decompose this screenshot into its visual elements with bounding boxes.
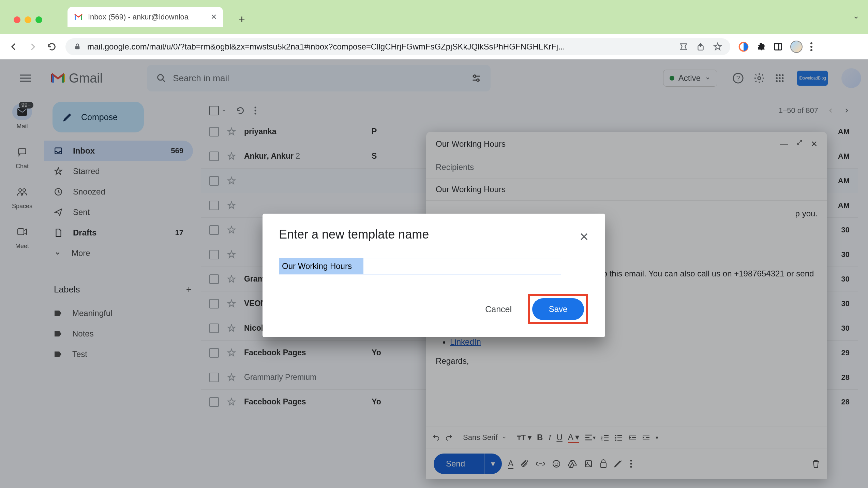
extensions-puzzle-icon[interactable] [756, 42, 766, 52]
sidepanel-icon[interactable] [773, 42, 783, 52]
browser-menu-icon[interactable] [810, 42, 813, 52]
browser-tab[interactable]: Inbox (569) - ankur@idownloa ✕ [68, 7, 223, 27]
window-controls [14, 16, 42, 23]
save-button-highlight: Save [528, 294, 588, 324]
browser-profile-avatar[interactable] [790, 41, 803, 53]
close-window-icon[interactable] [14, 16, 20, 23]
address-bar[interactable]: mail.google.com/mail/u/0/?tab=rm&ogbl&zx… [65, 38, 730, 55]
browser-chrome: Inbox (569) - ankur@idownloa ✕ + [0, 0, 868, 34]
template-name-input[interactable] [279, 258, 561, 274]
cancel-button[interactable]: Cancel [485, 304, 512, 314]
extensions-row [738, 41, 813, 53]
new-tab-button[interactable]: + [239, 13, 245, 26]
extension-icon[interactable] [738, 42, 749, 52]
reader-icon[interactable] [679, 42, 688, 51]
template-name-modal: Enter a new template name ✕ Cancel Save [263, 214, 605, 337]
lock-icon [74, 43, 81, 51]
reload-button[interactable] [46, 41, 57, 52]
tab-close-icon[interactable]: ✕ [211, 13, 217, 21]
tab-title: Inbox (569) - ankur@idownloa [88, 13, 206, 21]
url-actions [679, 42, 722, 51]
url-text: mail.google.com/mail/u/0/?tab=rm&ogbl&zx… [87, 42, 565, 52]
save-button[interactable]: Save [532, 298, 584, 320]
minimize-window-icon[interactable] [25, 16, 31, 23]
modal-close-icon[interactable]: ✕ [579, 230, 589, 244]
modal-title: Enter a new template name [279, 227, 589, 242]
forward-button [27, 41, 38, 52]
bookmark-star-icon[interactable] [713, 42, 722, 51]
svg-rect-3 [775, 44, 782, 50]
svg-point-5 [810, 42, 812, 44]
maximize-window-icon[interactable] [35, 16, 42, 23]
tabs-menu-icon[interactable] [852, 14, 860, 21]
svg-point-6 [810, 46, 812, 48]
svg-point-7 [810, 49, 812, 51]
back-button[interactable] [8, 41, 19, 52]
gmail-favicon-icon [74, 12, 83, 22]
svg-rect-0 [75, 46, 80, 49]
share-icon[interactable] [696, 42, 705, 51]
gmail-app: Gmail Search in mail Active ? iDownloadB… [0, 59, 868, 488]
url-bar: mail.google.com/mail/u/0/?tab=rm&ogbl&zx… [0, 34, 868, 59]
